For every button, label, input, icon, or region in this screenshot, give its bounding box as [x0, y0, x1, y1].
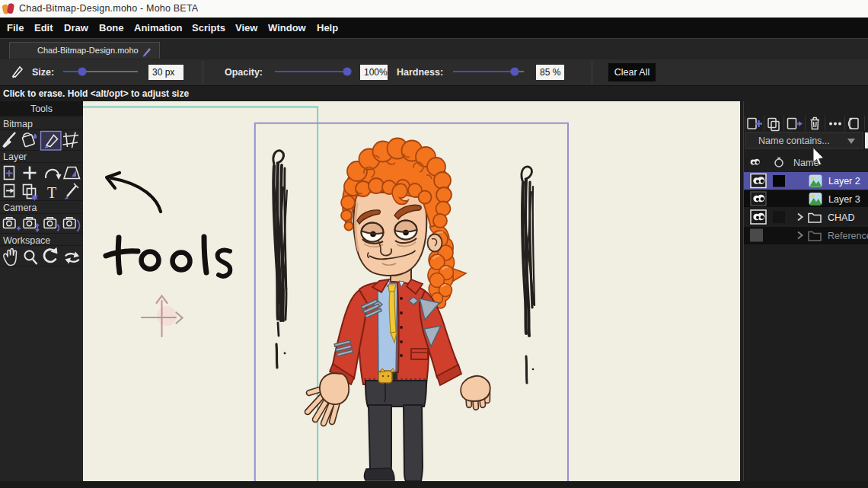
svg-text:Layer 2: Layer 2 — [828, 176, 860, 187]
svg-text:CHAD: CHAD — [828, 212, 854, 223]
svg-text:Name contains...: Name contains... — [758, 136, 830, 146]
svg-text:Reference: Reference — [828, 231, 868, 241]
svg-text:Layer 3: Layer 3 — [828, 194, 860, 205]
